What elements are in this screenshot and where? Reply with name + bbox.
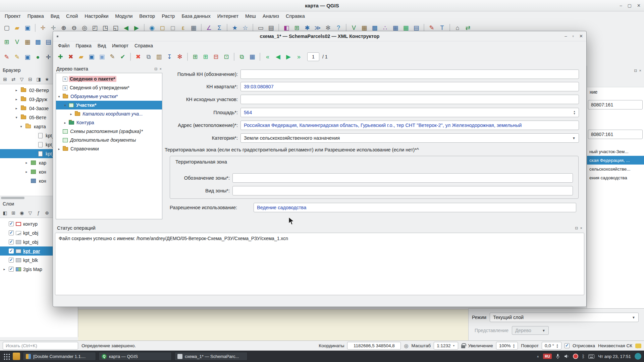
tree-item[interactable]: Схемы расположения (графика)* (56, 127, 162, 136)
spin-arrows-icon[interactable]: ▲▼ (513, 344, 515, 348)
element-delete[interactable]: ✖ (133, 52, 143, 61)
expander-icon[interactable]: ▸ (14, 106, 19, 110)
taskbar-button-xml-constructor[interactable]: схема_1* — SchemaParc... (174, 352, 248, 361)
menu-item[interactable]: Меш (242, 12, 259, 20)
collapse-all[interactable]: ⊟ (26, 76, 34, 83)
address-input[interactable]: Российская Федерация, Калининградская об… (240, 121, 579, 130)
tree-item[interactable]: ▸ Контура (56, 118, 162, 127)
nav-first[interactable]: « (263, 52, 272, 61)
toolbar-icon[interactable] (187, 53, 188, 61)
tree-item[interactable]: ▾ Образуемые участки* (56, 92, 162, 101)
menu-item[interactable]: Импорт (109, 42, 131, 49)
minimize-icon[interactable]: – (620, 3, 622, 8)
tree-item[interactable]: Дополнительные документы (56, 136, 162, 144)
expander-icon[interactable]: ▸ (57, 147, 61, 151)
expander-icon[interactable]: ▸ (24, 170, 29, 174)
zone-kind-input[interactable] (232, 186, 573, 195)
microphone-icon[interactable] (555, 354, 560, 359)
float-panel-icon[interactable]: ⊡ (634, 69, 637, 73)
menu-item[interactable]: Правка (24, 12, 47, 20)
bluetooth-icon[interactable]: ᛒ (582, 354, 585, 359)
menu-item[interactable]: Интернет (214, 12, 242, 20)
add-delimited-text[interactable]: ▤ (44, 37, 53, 47)
maximize-icon[interactable]: ▢ (628, 3, 632, 8)
expander-icon[interactable]: ▾ (19, 125, 23, 128)
nav-last[interactable]: » (294, 52, 304, 61)
add-raster-layer[interactable]: ▦ (23, 37, 32, 47)
category-combobox[interactable]: Земли сельскохозяйственного назначения ▼ (240, 133, 579, 143)
expander-icon[interactable]: ▾ (57, 95, 61, 98)
layer-visibility-checkbox[interactable] (9, 248, 14, 254)
float-panel-icon[interactable]: ⊡ (575, 226, 578, 230)
menu-item[interactable]: Настройки (81, 12, 112, 20)
open-layer-styling[interactable]: ◧ (1, 209, 9, 217)
record-add[interactable]: ✚ (56, 52, 65, 61)
menu-item[interactable]: Справка (282, 12, 308, 20)
element-fix[interactable]: ✻ (175, 52, 184, 61)
minimize-icon[interactable]: – (565, 34, 567, 39)
project-open[interactable]: ▰ (12, 23, 22, 33)
close-icon[interactable]: ✕ (579, 34, 583, 39)
close-icon[interactable]: ✕ (637, 3, 641, 8)
toolbar-icon[interactable] (130, 53, 131, 61)
tree-item[interactable]: Сведения об утверждении* (56, 83, 162, 92)
dialog-titlebar[interactable]: схема_1* — SchemaParcels02 — XML Констру… (53, 31, 586, 41)
element-import[interactable]: ↧ (165, 52, 174, 61)
expander-icon[interactable]: ▾ (14, 116, 19, 119)
expand-all[interactable]: ⊕ (43, 209, 51, 217)
nav-next[interactable]: ▶ (284, 52, 293, 61)
menu-item[interactable]: База данных (178, 12, 214, 20)
messages-bubble-icon[interactable] (635, 344, 641, 348)
menu-item[interactable]: Проект (1, 12, 24, 20)
volume-icon[interactable] (564, 354, 569, 359)
project-save[interactable]: ▣ (23, 23, 32, 33)
area-spinbox[interactable]: 564 ▲▼ (240, 108, 579, 117)
identify-result-row[interactable]: ный участок-Зем... (587, 147, 644, 156)
toggle-editing[interactable]: ✎ (12, 52, 22, 62)
pan-map[interactable]: ✛ (38, 23, 48, 33)
full-kn-input[interactable] (240, 70, 579, 79)
menu-item[interactable]: Слой (63, 12, 81, 20)
scrollbar-thumb[interactable] (1, 197, 24, 199)
table-view[interactable]: ▦ (248, 52, 257, 61)
expander-icon[interactable]: ▸ (14, 97, 19, 101)
current-edits[interactable]: ✎ (2, 52, 11, 62)
menu-item[interactable]: Анализ (259, 12, 282, 20)
coords-extent-toggle-icon[interactable]: ◎ (404, 343, 408, 349)
zone-designation-input[interactable] (232, 173, 573, 183)
render-checkbox[interactable] (565, 343, 570, 348)
project-new[interactable]: ▢ (2, 23, 11, 33)
file-save-as[interactable]: ▣ (97, 52, 107, 61)
expander-icon[interactable]: ▸ (69, 112, 73, 116)
float-panel-icon[interactable]: ⊡ (154, 67, 157, 71)
favorites[interactable]: ★ (43, 76, 51, 83)
identify-result-row[interactable]: ения садоводства (587, 173, 644, 182)
file-manager-icon[interactable] (13, 353, 20, 360)
verify-document[interactable]: ✔ (118, 52, 127, 61)
save-layer-edits[interactable]: ▣ (23, 52, 32, 62)
xml-export[interactable]: ⧉ (237, 52, 247, 61)
layer-visibility-checkbox[interactable] (9, 221, 14, 226)
kn-kvartala-input[interactable]: 39:03:080807 (240, 82, 579, 91)
mode-combobox[interactable]: Текущий слой ▼ (490, 313, 639, 322)
tray-expand-icon[interactable]: ▲ (536, 355, 539, 358)
keyboard-icon[interactable] (588, 354, 594, 359)
toolbar-icon[interactable] (234, 53, 234, 61)
taskbar-button-qgis[interactable]: Q карта — QGIS (99, 352, 172, 361)
identify-result-row[interactable]: ская Федерация, ... (587, 156, 644, 165)
expander-icon[interactable]: ▸ (63, 121, 67, 125)
menu-item[interactable]: Модули (112, 12, 136, 20)
layer-visibility-checkbox[interactable] (9, 239, 14, 244)
element-copy[interactable]: ⧉ (144, 52, 153, 61)
menu-item[interactable]: Вектор (136, 12, 158, 20)
close-panel-icon[interactable]: × (580, 226, 582, 230)
file-open[interactable]: ▰ (76, 52, 86, 61)
menu-item[interactable]: Вид (95, 42, 109, 49)
add-layers[interactable]: ⊞ (1, 76, 9, 83)
maximize-icon[interactable]: ▫ (572, 34, 574, 39)
keyboard-layout-badge[interactable]: RU (543, 354, 552, 359)
row-delete[interactable]: ⊟ (211, 52, 221, 61)
menu-item[interactable]: Файл (55, 42, 72, 49)
spin-arrows-icon[interactable]: ▲▼ (573, 110, 576, 115)
layer-visibility-checkbox[interactable] (9, 230, 14, 235)
